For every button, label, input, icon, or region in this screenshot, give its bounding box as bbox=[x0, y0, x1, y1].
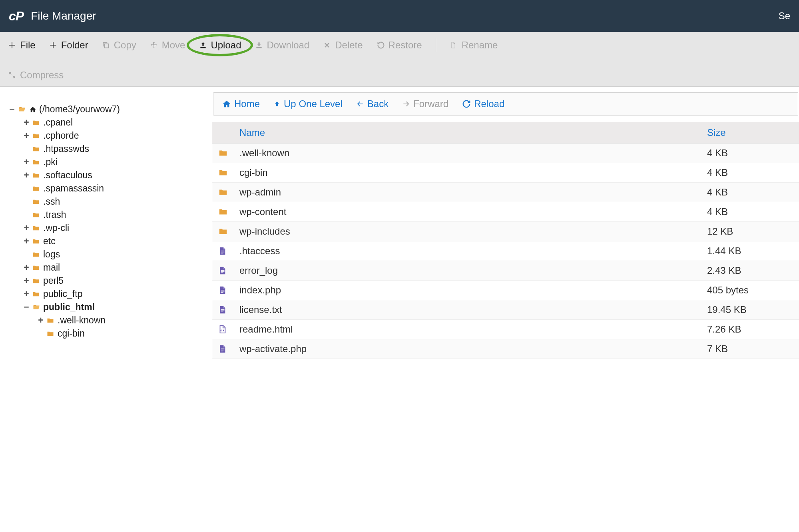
restore-icon bbox=[377, 41, 385, 49]
home-icon bbox=[222, 100, 231, 108]
file-name: readme.html bbox=[236, 324, 703, 335]
tree-toggle-icon[interactable]: + bbox=[23, 223, 30, 233]
toolbar-move-button[interactable]: Move bbox=[150, 40, 185, 51]
table-row[interactable]: error_log2.43 KB bbox=[212, 261, 799, 281]
folder-icon bbox=[32, 198, 41, 205]
tree-item[interactable]: .trash bbox=[9, 208, 208, 221]
svg-rect-13 bbox=[221, 349, 224, 349]
file-table: Name Size .well-known4 KBcgi-bin4 KBwp-a… bbox=[212, 122, 799, 359]
tree-item[interactable]: +perl5 bbox=[9, 274, 208, 287]
table-row[interactable]: wp-activate.php7 KB bbox=[212, 339, 799, 359]
tree-toggle-icon[interactable]: + bbox=[23, 236, 30, 247]
table-row[interactable]: wp-includes12 KB bbox=[212, 222, 799, 241]
tree-item-label: .trash bbox=[43, 209, 66, 220]
tree-toggle-icon[interactable]: + bbox=[23, 117, 30, 128]
file-code-icon bbox=[212, 324, 236, 335]
table-row[interactable]: index.php405 bytes bbox=[212, 281, 799, 300]
folder-open-icon bbox=[18, 106, 26, 113]
svg-rect-1 bbox=[221, 251, 224, 251]
toolbar-upload-button[interactable]: Upload bbox=[199, 40, 241, 51]
home-icon bbox=[29, 106, 37, 113]
toolbar-rename-button[interactable]: Rename bbox=[450, 40, 498, 51]
toolbar-button-label: Restore bbox=[389, 40, 422, 51]
tree-item-label: etc bbox=[43, 236, 56, 247]
table-row[interactable]: wp-admin4 KB bbox=[212, 183, 799, 202]
table-row[interactable]: license.txt19.45 KB bbox=[212, 300, 799, 320]
table-row[interactable]: .htaccess1.44 KB bbox=[212, 241, 799, 261]
tree-item[interactable]: logs bbox=[9, 248, 208, 261]
toolbar-compress-button[interactable]: Compress bbox=[8, 70, 64, 81]
tree-item[interactable]: +public_ftp bbox=[9, 287, 208, 301]
nav-back-button[interactable]: Back bbox=[356, 98, 389, 110]
tree-item[interactable]: .ssh bbox=[9, 195, 208, 208]
folder-icon bbox=[32, 172, 41, 179]
toolbar-button-label: Compress bbox=[20, 70, 64, 81]
table-row[interactable]: .well-known4 KB bbox=[212, 143, 799, 163]
folder-icon bbox=[32, 277, 41, 285]
folder-icon bbox=[212, 227, 236, 236]
toolbar-file-button[interactable]: File bbox=[8, 40, 36, 51]
rename-icon bbox=[450, 41, 458, 50]
tree-item-label: .htpasswds bbox=[43, 143, 89, 154]
tree-item[interactable]: +.cpanel bbox=[9, 116, 208, 129]
tree-item[interactable]: .spamassassin bbox=[9, 182, 208, 195]
tree-toggle-icon[interactable]: + bbox=[23, 157, 30, 167]
table-body: .well-known4 KBcgi-bin4 KBwp-admin4 KBwp… bbox=[212, 143, 799, 359]
tree-item[interactable]: +.wp-cli bbox=[9, 221, 208, 235]
folder-icon bbox=[32, 251, 41, 258]
tree-item[interactable]: +.cphorde bbox=[9, 129, 208, 142]
toolbar-download-button[interactable]: Download bbox=[255, 40, 309, 51]
nav-home-button[interactable]: Home bbox=[222, 98, 260, 110]
nav-up-button[interactable]: Up One Level bbox=[273, 98, 343, 110]
column-name-header[interactable]: Name bbox=[236, 127, 703, 138]
svg-rect-10 bbox=[221, 309, 224, 310]
download-icon bbox=[255, 41, 263, 49]
toolbar-delete-button[interactable]: Delete bbox=[323, 40, 363, 51]
tree-item[interactable]: −public_html bbox=[9, 301, 208, 314]
tree-toggle-icon[interactable]: − bbox=[9, 104, 15, 115]
toolbar-copy-button[interactable]: Copy bbox=[102, 40, 136, 51]
toolbar-folder-button[interactable]: Folder bbox=[49, 40, 88, 51]
tree-item[interactable]: +mail bbox=[9, 261, 208, 274]
folder-icon bbox=[32, 225, 41, 232]
tree-item-label: .well-known bbox=[58, 315, 106, 326]
file-name: wp-admin bbox=[236, 187, 703, 198]
file-icon bbox=[212, 285, 236, 295]
tree-toggle-icon[interactable]: + bbox=[38, 315, 44, 326]
copy-icon bbox=[102, 41, 111, 49]
svg-rect-5 bbox=[221, 271, 224, 272]
nav-reload-button[interactable]: Reload bbox=[462, 98, 504, 110]
tree-item[interactable]: .htpasswds bbox=[9, 142, 208, 155]
file-name: wp-activate.php bbox=[236, 343, 703, 355]
tree-item[interactable]: +.softaculous bbox=[9, 169, 208, 182]
column-size-header[interactable]: Size bbox=[703, 127, 799, 138]
tree-item[interactable]: +.well-known bbox=[9, 314, 208, 327]
table-row[interactable]: wp-content4 KB bbox=[212, 202, 799, 222]
toolbar-restore-button[interactable]: Restore bbox=[377, 40, 422, 51]
folder-icon bbox=[32, 145, 41, 153]
tree-item[interactable]: −(/home3/yourwow7) bbox=[9, 103, 208, 116]
file-icon bbox=[212, 265, 236, 276]
table-row[interactable]: readme.html7.26 KB bbox=[212, 320, 799, 339]
tree-item-label: cgi-bin bbox=[58, 328, 85, 339]
tree-toggle-icon[interactable]: − bbox=[23, 302, 30, 313]
tree-item[interactable]: +etc bbox=[9, 235, 208, 248]
tree-toggle-icon[interactable]: + bbox=[23, 130, 30, 141]
tree-toggle-icon[interactable]: + bbox=[23, 170, 30, 181]
svg-rect-9 bbox=[221, 292, 223, 293]
svg-rect-7 bbox=[221, 290, 224, 290]
nav-forward-button[interactable]: Forward bbox=[402, 98, 448, 110]
tree-toggle-icon[interactable]: + bbox=[23, 275, 30, 286]
arrow-right-icon bbox=[402, 100, 410, 108]
folder-icon bbox=[32, 291, 41, 298]
folder-icon bbox=[212, 168, 236, 177]
tree-toggle-icon[interactable]: + bbox=[23, 262, 30, 273]
tree-item[interactable]: cgi-bin bbox=[9, 327, 208, 340]
svg-rect-14 bbox=[221, 350, 224, 350]
tree-item[interactable]: +.pki bbox=[9, 155, 208, 169]
tree-item-label: .spamassassin bbox=[43, 183, 104, 194]
table-row[interactable]: cgi-bin4 KB bbox=[212, 163, 799, 183]
tree-toggle-icon[interactable]: + bbox=[23, 289, 30, 299]
svg-rect-4 bbox=[221, 270, 224, 271]
folder-icon bbox=[32, 119, 41, 126]
